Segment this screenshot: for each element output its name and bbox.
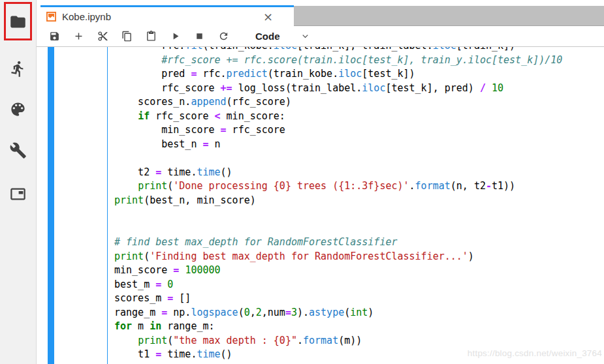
code-line: rfc.fit(train_kobe.iloc[train_k], train_… xyxy=(114,47,604,53)
code-line: min_score = 100000 xyxy=(114,264,604,278)
chevron-down-icon xyxy=(300,31,310,41)
tab-title: Kobe.ipynb xyxy=(62,11,111,22)
run-button[interactable] xyxy=(167,29,183,44)
notebook-content: rfc.fit(train_kobe.iloc[train_k], train_… xyxy=(37,47,604,364)
save-icon xyxy=(49,31,60,42)
copy-icon xyxy=(121,31,133,42)
code-line: best_n = n xyxy=(114,138,604,152)
notebook-toolbar: Code xyxy=(37,26,604,47)
tab-close-icon[interactable]: × xyxy=(262,11,274,23)
code-line: scores_m = [] xyxy=(114,292,604,306)
code-line: print('Done processing {0} trees ({1:.3f… xyxy=(114,179,604,194)
stop-icon xyxy=(194,31,205,42)
code-line: if rfc_score < min_score: xyxy=(114,110,604,124)
code-line: print("the max depth : {0}".format(m)) xyxy=(114,334,604,348)
sidebar-item-command-palette[interactable] xyxy=(0,95,36,123)
running-man-icon xyxy=(9,60,27,78)
code-line: print('Finding best max_depth for Random… xyxy=(114,250,604,264)
copy-button[interactable] xyxy=(119,29,135,44)
code-line: #rfc_score += rfc.score(train.iloc[test_… xyxy=(114,53,604,68)
toolbar-buttons xyxy=(46,29,240,44)
add-cell-button[interactable] xyxy=(71,29,86,44)
sidebar-item-file-browser[interactable] xyxy=(0,7,36,36)
cell-type-label: Code xyxy=(255,31,280,42)
code-line: t2 = time.time() xyxy=(114,166,604,180)
code-line xyxy=(114,151,604,166)
notebook-icon xyxy=(46,12,56,22)
cut-button[interactable] xyxy=(95,29,110,44)
code-line: scores_n.append(rfc_score) xyxy=(114,95,604,110)
restart-icon xyxy=(218,31,229,42)
cell-type-select[interactable]: Code xyxy=(255,31,310,42)
palette-icon xyxy=(9,100,27,118)
sidebar-item-open-tabs[interactable] xyxy=(0,179,36,208)
code-line xyxy=(114,207,604,222)
code-line: pred = rfc.predict(train_kobe.iloc[test_… xyxy=(114,67,604,82)
paste-button[interactable] xyxy=(143,29,159,44)
watermark: https://blog.csdn.net/weixin_3764 xyxy=(468,348,602,358)
scissors-icon xyxy=(97,31,108,42)
code-editor[interactable]: rfc.fit(train_kobe.iloc[train_k], train_… xyxy=(107,47,604,364)
sidebar-item-property-inspector[interactable] xyxy=(0,136,36,164)
save-button[interactable] xyxy=(46,29,62,44)
code-line: best_m = 0 xyxy=(114,278,604,292)
play-icon xyxy=(170,31,181,42)
code-line: # find best max_depth for RandomForestCl… xyxy=(114,235,604,250)
code-line: print(best_n, min_score) xyxy=(114,194,604,208)
tab-bar: Kobe.ipynb × xyxy=(37,0,604,26)
stop-button[interactable] xyxy=(191,29,207,44)
clipboard-icon xyxy=(146,31,157,42)
code-line: range_m = np.logspace(0,2,num=3).astype(… xyxy=(114,306,604,320)
code-line: for m in range_m: xyxy=(114,320,604,334)
plus-icon xyxy=(73,31,84,42)
activity-sidebar xyxy=(0,0,37,364)
sidebar-item-running-sessions[interactable] xyxy=(0,54,36,83)
code-line: min_score = rfc_score xyxy=(114,123,604,138)
folder-icon xyxy=(9,13,27,31)
tab-kobe-ipynb[interactable]: Kobe.ipynb × xyxy=(40,5,294,26)
active-cell-indicator-bar[interactable] xyxy=(48,47,54,364)
restart-button[interactable] xyxy=(215,29,231,44)
code-line xyxy=(114,222,604,236)
wrench-icon xyxy=(9,142,27,159)
tab-bar-background xyxy=(294,6,604,26)
code-line: rfc_score += log_loss(train_label.iloc[t… xyxy=(114,82,604,96)
tabs-icon xyxy=(9,185,27,203)
